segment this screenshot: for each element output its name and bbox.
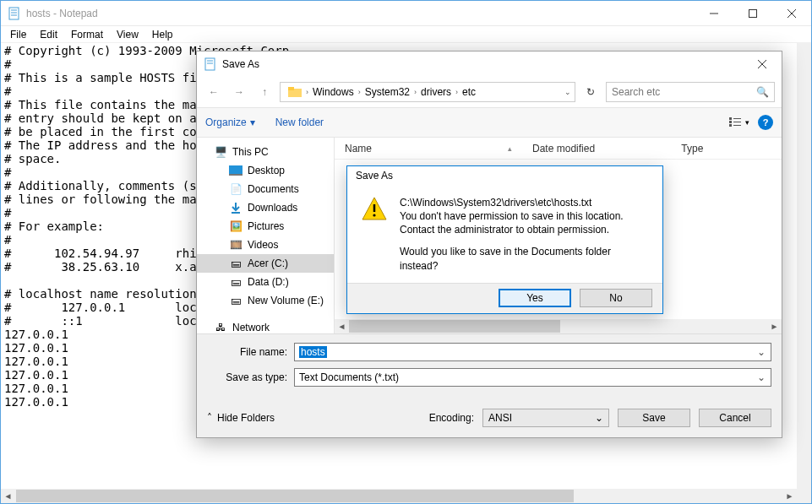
- col-name[interactable]: Name▴: [335, 143, 522, 154]
- downloads-icon: [229, 201, 243, 214]
- search-icon: 🔍: [756, 86, 769, 98]
- notepad-title: hosts - Notepad: [26, 8, 98, 19]
- tree-network[interactable]: 🖧Network: [197, 318, 334, 333]
- saveas-bottom: File name: hosts Save as type: Text Docu…: [197, 333, 782, 437]
- column-headers: Name▴ Date modified Type: [335, 138, 782, 160]
- menu-help[interactable]: Help: [146, 27, 179, 42]
- drive-icon: 🖴: [229, 257, 243, 270]
- saveastype-select[interactable]: Text Documents (*.txt): [294, 368, 771, 387]
- svg-rect-21: [229, 165, 243, 174]
- scroll-left-icon[interactable]: ◄: [335, 319, 349, 333]
- svg-rect-17: [729, 124, 732, 127]
- maximize-button[interactable]: [733, 1, 772, 25]
- svg-point-25: [373, 214, 375, 216]
- vertical-scrollbar[interactable]: [797, 43, 811, 489]
- tree-data-d[interactable]: 🖴Data (D:): [197, 273, 334, 291]
- path-segment[interactable]: drivers: [417, 86, 455, 98]
- menu-file[interactable]: File: [4, 27, 32, 42]
- svg-rect-0: [9, 8, 19, 19]
- hide-folders-button[interactable]: ˄Hide Folders: [207, 412, 275, 424]
- search-input[interactable]: Search etc 🔍: [606, 82, 775, 102]
- nav-forward-button[interactable]: →: [229, 82, 249, 102]
- nav-up-button[interactable]: ↑: [254, 82, 275, 102]
- filename-label: File name:: [207, 346, 287, 358]
- refresh-button[interactable]: ↻: [580, 82, 601, 102]
- folder-tree: 🖥️This PC Desktop 📄Documents Downloads 🖼…: [197, 138, 335, 333]
- perm-line3: Would you like to save in the Documents …: [400, 245, 649, 272]
- tree-documents[interactable]: 📄Documents: [197, 180, 334, 198]
- perm-path: C:\Windows\System32\drivers\etc\hosts.tx…: [400, 196, 649, 209]
- svg-rect-22: [229, 174, 243, 176]
- svg-rect-5: [749, 9, 757, 17]
- close-button[interactable]: [772, 1, 811, 25]
- tree-pictures[interactable]: 🖼️Pictures: [197, 217, 334, 236]
- tree-videos[interactable]: 🎞️Videos: [197, 236, 334, 254]
- horizontal-scrollbar[interactable]: ◄ ►: [1, 489, 811, 503]
- notepad-icon: [8, 7, 21, 20]
- saveas-close-button[interactable]: [743, 52, 782, 77]
- menu-view[interactable]: View: [111, 27, 144, 42]
- filename-input[interactable]: hosts: [294, 343, 771, 361]
- cancel-button[interactable]: Cancel: [699, 409, 771, 427]
- permission-dialog: Save As C:\Windows\System32\drivers\etc\…: [346, 165, 663, 314]
- desktop-icon: [229, 164, 243, 177]
- saveas-titlebar: Save As: [197, 51, 782, 77]
- perm-line2: Contact the administrator to obtain perm…: [400, 223, 649, 236]
- col-type[interactable]: Type: [671, 143, 782, 154]
- encoding-select[interactable]: ANSI: [482, 409, 609, 427]
- nav-back-button[interactable]: ←: [204, 82, 224, 102]
- menu-format[interactable]: Format: [65, 27, 109, 42]
- documents-icon: 📄: [229, 182, 243, 196]
- folder-icon: [284, 86, 306, 98]
- tree-downloads[interactable]: Downloads: [197, 198, 334, 217]
- pictures-icon: 🖼️: [229, 219, 243, 233]
- svg-rect-8: [205, 58, 215, 70]
- chevron-down-icon[interactable]: ⌄: [564, 88, 571, 96]
- sort-indicator-icon: ▴: [508, 144, 512, 153]
- saveas-title: Save As: [222, 58, 259, 70]
- notepad-titlebar: hosts - Notepad: [1, 1, 811, 26]
- perm-title: Save As: [347, 166, 662, 186]
- drive-icon: 🖴: [229, 294, 243, 307]
- help-button[interactable]: ?: [758, 115, 773, 130]
- saveastype-label: Save as type:: [207, 371, 287, 383]
- path-segment[interactable]: etc: [458, 86, 480, 98]
- warning-icon: [361, 196, 388, 223]
- svg-rect-14: [288, 87, 294, 90]
- scroll-corner: [797, 489, 811, 503]
- save-button[interactable]: Save: [618, 409, 690, 427]
- tree-newvol-e[interactable]: 🖴New Volume (E:): [197, 291, 334, 310]
- notepad-menubar: File Edit Format View Help: [1, 26, 811, 43]
- svg-rect-15: [729, 117, 732, 120]
- address-bar[interactable]: › Windows› System32› drivers› etc ⌄: [280, 82, 575, 102]
- scroll-thumb[interactable]: [16, 490, 574, 502]
- path-segment[interactable]: Windows: [308, 86, 358, 98]
- drive-icon: 🖴: [229, 275, 243, 289]
- minimize-button[interactable]: [695, 1, 733, 25]
- tree-this-pc[interactable]: 🖥️This PC: [197, 143, 334, 161]
- chevron-down-icon: ▾: [250, 117, 255, 128]
- chevron-up-icon: ˄: [207, 412, 212, 424]
- encoding-label: Encoding:: [429, 412, 474, 424]
- new-folder-button[interactable]: New folder: [275, 117, 324, 128]
- no-button[interactable]: No: [580, 289, 652, 307]
- scroll-right-icon[interactable]: ►: [782, 489, 797, 503]
- menu-edit[interactable]: Edit: [34, 27, 63, 42]
- scroll-right-icon[interactable]: ►: [767, 319, 782, 333]
- col-date[interactable]: Date modified: [522, 143, 671, 154]
- view-options-button[interactable]: ▾: [729, 117, 749, 127]
- tree-desktop[interactable]: Desktop: [197, 161, 334, 180]
- pc-icon: 🖥️: [214, 145, 227, 159]
- saveas-navbar: ← → ↑ › Windows› System32› drivers› etc …: [197, 77, 782, 107]
- yes-button[interactable]: Yes: [499, 289, 571, 307]
- path-segment[interactable]: System32: [361, 86, 414, 98]
- scroll-thumb[interactable]: [349, 320, 560, 333]
- organize-button[interactable]: Organize ▾: [205, 117, 255, 128]
- list-horizontal-scrollbar[interactable]: ◄ ►: [335, 319, 782, 333]
- scroll-left-icon[interactable]: ◄: [1, 489, 15, 503]
- search-placeholder: Search etc: [612, 86, 660, 98]
- svg-rect-16: [729, 121, 732, 123]
- perm-line1: You don't have permission to save in thi…: [400, 209, 649, 223]
- saveas-toolbar: Organize ▾ New folder ▾ ?: [197, 107, 782, 138]
- tree-acer-c[interactable]: 🖴Acer (C:): [197, 254, 334, 273]
